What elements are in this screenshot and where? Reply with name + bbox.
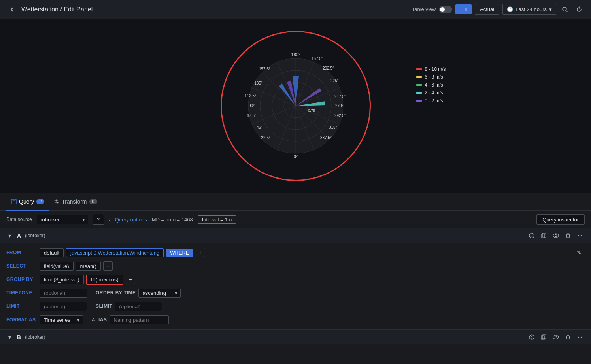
order-select[interactable]: ascending descending: [138, 289, 181, 298]
svg-text:?: ?: [531, 336, 532, 339]
limit-input[interactable]: [40, 302, 87, 311]
limit-content: SLIMIT: [40, 302, 585, 311]
select-content: field(value) mean() +: [40, 261, 585, 271]
alias-input[interactable]: [110, 315, 169, 324]
groupby-content: time($_interval) fill(previous) +: [40, 275, 585, 285]
svg-point-43: [581, 235, 582, 236]
bottom-panel: Query 2 Transform 0 Data source iobroker…: [0, 193, 591, 364]
format-content: Time series Table ALIAS: [40, 315, 585, 324]
query-inspector-button[interactable]: Query inspector: [536, 214, 585, 225]
query-a-delete-button[interactable]: [563, 232, 573, 239]
datasource-select[interactable]: iobroker: [37, 215, 88, 224]
zoom-out-button[interactable]: [559, 5, 570, 14]
alias-label: ALIAS: [85, 317, 107, 323]
breadcrumb: Wetterstation / Edit Panel: [21, 6, 93, 13]
tab-transform-badge: 0: [89, 199, 97, 204]
svg-point-40: [555, 235, 557, 237]
legend-item-4: 2 - 4 m/s: [416, 90, 446, 96]
from-label: FROM: [0, 250, 40, 255]
legend-label-2: 6 - 8 m/s: [425, 74, 443, 80]
select-func-pill[interactable]: mean(): [76, 262, 101, 271]
query-a-copy-button[interactable]: [539, 232, 548, 239]
query-b-delete-button[interactable]: [563, 334, 573, 341]
datasource-info-button[interactable]: ?: [93, 214, 104, 225]
groupby-time-pill[interactable]: time($_interval): [40, 275, 84, 284]
select-field-pill[interactable]: field(value): [40, 262, 74, 271]
collapse-a-button[interactable]: ▾: [6, 232, 13, 240]
svg-point-48: [553, 335, 559, 339]
format-select[interactable]: Time series Table: [40, 315, 83, 324]
table-view-label: Table view: [412, 6, 436, 12]
fill-button[interactable]: Fill: [455, 4, 472, 14]
query-a-more-button[interactable]: [575, 232, 585, 239]
legend-label-5: 0 - 2 m/s: [425, 98, 443, 104]
timezone-label: TIMEZONE: [0, 290, 40, 296]
query-a-rows: FROM default javascript.0.Wetterstation.…: [0, 243, 591, 329]
interval-badge: Interval = 1m: [198, 215, 236, 224]
actual-button[interactable]: Actual: [475, 4, 499, 15]
query-b-source: (iobroker): [25, 334, 45, 340]
legend-label-3: 4 - 6 m/s: [425, 82, 443, 88]
tabs-bar: Query 2 Transform 0: [0, 193, 591, 211]
query-b-visibility-button[interactable]: [551, 334, 561, 341]
refresh-button[interactable]: [574, 5, 585, 14]
from-edit-button[interactable]: ✎: [574, 248, 585, 257]
timezone-input[interactable]: [40, 289, 87, 298]
legend-item-2: 6 - 8 m/s: [416, 74, 446, 80]
svg-point-39: [553, 234, 559, 238]
query-b-actions: ?: [527, 334, 585, 341]
where-button[interactable]: WHERE: [166, 249, 193, 257]
svg-point-49: [555, 336, 557, 338]
time-range-button[interactable]: 🕐 Last 24 hours ▾: [502, 4, 556, 15]
query-b-help-button[interactable]: ?: [527, 334, 536, 341]
transform-tab-icon: [54, 199, 59, 204]
table-view-switch[interactable]: [439, 6, 452, 13]
limit-label: LIMIT: [0, 304, 40, 309]
select-plus-button[interactable]: +: [103, 261, 113, 271]
datasource-bar: Data source iobroker ? › Query options M…: [0, 211, 591, 228]
svg-point-52: [581, 337, 582, 338]
from-plus-button[interactable]: +: [196, 248, 205, 257]
from-default-pill[interactable]: default: [40, 248, 64, 257]
legend-color-4: [416, 92, 422, 94]
query-block-a-header: ▾ A (iobroker) ?: [0, 228, 591, 243]
svg-point-42: [580, 235, 580, 236]
legend-color-5: [416, 100, 422, 102]
svg-point-50: [578, 337, 579, 338]
timezone-row: TIMEZONE ORDER BY TIME ascending descend…: [0, 287, 585, 299]
datasource-label: Data source: [6, 217, 32, 222]
legend-color-3: [416, 84, 422, 86]
tab-query[interactable]: Query 2: [6, 193, 49, 211]
svg-point-51: [580, 337, 580, 338]
top-bar: Wetterstation / Edit Panel Table view Fi…: [0, 0, 591, 19]
collapse-b-button[interactable]: ▾: [6, 333, 13, 341]
top-bar-right: Table view Fill Actual 🕐 Last 24 hours ▾: [412, 4, 585, 15]
from-table-pill[interactable]: javascript.0.Wetterstation.Windrichtung: [66, 248, 164, 257]
md-info-text: MD = auto = 1468: [152, 217, 193, 223]
tab-transform[interactable]: Transform 0: [49, 193, 102, 211]
groupby-label: GROUP BY: [0, 277, 40, 282]
wind-rose: 180° 157.5° 202.5° 225° 247.5° 270° 292.…: [232, 43, 359, 169]
table-view-toggle: Table view: [412, 6, 453, 13]
query-b-more-button[interactable]: [575, 334, 585, 341]
legend-item-5: 0 - 2 m/s: [416, 98, 446, 104]
query-tab-icon: [11, 199, 17, 204]
query-a-letter: A: [17, 232, 21, 239]
slimit-label: SLIMIT: [89, 304, 112, 309]
query-b-copy-button[interactable]: [539, 334, 548, 341]
format-select-wrap: Time series Table: [40, 315, 83, 324]
order-select-wrap: ascending descending: [138, 289, 181, 298]
query-a-help-button[interactable]: ?: [527, 232, 536, 239]
groupby-plus-button[interactable]: +: [126, 275, 135, 284]
legend-color-1: [416, 68, 422, 70]
groupby-fill-pill[interactable]: fill(previous): [86, 275, 123, 285]
back-button[interactable]: [6, 4, 18, 15]
query-options-link[interactable]: Query options: [115, 217, 147, 223]
svg-rect-32: [11, 199, 16, 204]
query-a-visibility-button[interactable]: [551, 232, 561, 239]
groupby-row: GROUP BY time($_interval) fill(previous)…: [0, 273, 585, 286]
select-row: SELECT field(value) mean() +: [0, 260, 585, 272]
select-label: SELECT: [0, 263, 40, 269]
query-block-a: ▾ A (iobroker) ?: [0, 228, 591, 330]
slimit-input[interactable]: [115, 302, 162, 311]
